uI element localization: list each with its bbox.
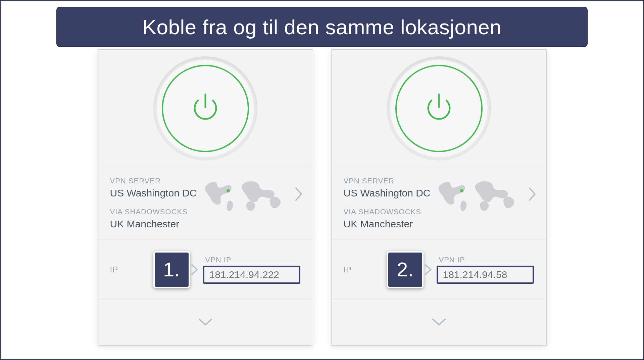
svg-point-1 — [227, 189, 230, 192]
power-button-outer — [153, 56, 257, 161]
server-chevron-right-icon[interactable] — [528, 187, 537, 201]
via-value: UK Manchester — [110, 218, 301, 230]
vpn-ip-block: VPN IP 181.214.94.222 — [200, 251, 300, 288]
server-section[interactable]: VPN SERVER US Washington DC VIA SHADOWSO… — [98, 167, 313, 239]
power-icon — [189, 91, 222, 126]
power-button[interactable] — [162, 65, 249, 152]
power-region — [98, 50, 313, 167]
vpn-ip-label: VPN IP — [437, 256, 534, 264]
vpn-ip-block: VPN IP 181.214.94.58 — [433, 251, 534, 288]
chevron-down-icon — [197, 317, 213, 328]
step-badge: 2. — [387, 251, 424, 288]
vpn-card-2: VPN SERVER US Washington DC VIA SHADOWSO… — [332, 50, 546, 345]
server-section[interactable]: VPN SERVER US Washington DC VIA SHADOWSO… — [332, 167, 546, 239]
vpn-ip-value: 181.214.94.58 — [437, 266, 534, 284]
expand-toggle[interactable] — [332, 300, 546, 345]
power-icon — [422, 91, 456, 126]
world-map-icon — [202, 175, 289, 215]
step-badge: 1. — [153, 251, 190, 288]
ip-arrow-icon — [424, 263, 434, 276]
vpn-ip-label: VPN IP — [203, 256, 300, 264]
banner-title: Koble fra og til den samme lokasjonen — [143, 15, 502, 39]
expand-toggle[interactable] — [98, 300, 313, 345]
ip-section: IP 1. VPN IP 181.214.94.222 — [98, 239, 313, 300]
step-number: 2. — [397, 258, 413, 281]
cards-row: VPN SERVER US Washington DC VIA SHADOWSO… — [0, 50, 644, 345]
title-banner: Koble fra og til den samme lokasjonen — [56, 7, 588, 47]
power-button-outer — [387, 56, 491, 161]
vpn-ip-value: 181.214.94.222 — [203, 266, 300, 284]
power-button[interactable] — [395, 65, 483, 152]
ip-arrow-icon — [190, 263, 200, 276]
ip-section: IP 2. VPN IP 181.214.94.58 — [332, 239, 546, 300]
ip-label: IP — [344, 265, 387, 274]
vpn-card-1: VPN SERVER US Washington DC VIA SHADOWSO… — [98, 50, 313, 345]
via-value: UK Manchester — [344, 218, 534, 230]
step-number: 1. — [163, 258, 180, 281]
chevron-down-icon — [431, 317, 447, 328]
world-map-icon — [436, 175, 523, 215]
ip-label: IP — [110, 265, 153, 274]
power-region — [332, 50, 546, 167]
server-chevron-right-icon[interactable] — [295, 187, 303, 201]
svg-point-3 — [460, 189, 463, 192]
